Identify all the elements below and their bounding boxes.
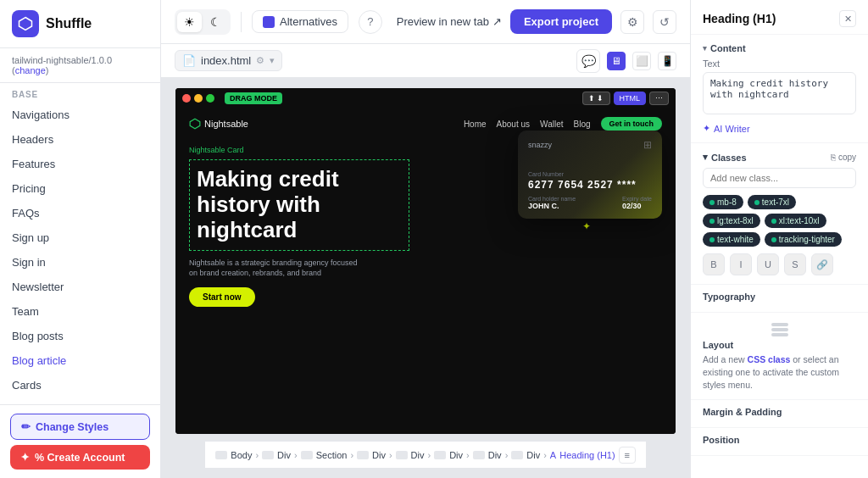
help-button[interactable]: ?	[359, 10, 382, 34]
copy-button[interactable]: ⎘ copy	[831, 153, 856, 162]
card-expiry-value: 02/30	[622, 202, 652, 210]
card-number-area: Card Number 6277 7654 2527 ****	[528, 171, 652, 191]
bold-icon-btn[interactable]: B	[703, 253, 725, 275]
card-footer: Card holder name JOHN C. Expiry date 02/…	[528, 196, 652, 210]
settings-icon-btn[interactable]: ⚙	[620, 10, 644, 34]
div-icon	[262, 451, 274, 459]
export-button[interactable]: Export project	[510, 9, 612, 34]
sidebar-item-headers[interactable]: Headers	[0, 127, 160, 152]
change-styles-button[interactable]: ✏ Change Styles	[10, 414, 150, 440]
text-label: Text	[703, 58, 856, 69]
text-content-input[interactable]: Making credit history with nightcard	[703, 72, 856, 114]
preview-link[interactable]: Preview in new tab ↗	[397, 15, 502, 28]
class-tag-lg8xl[interactable]: lg:text-8xl	[703, 214, 760, 228]
strikethrough-icon-btn[interactable]: S	[784, 253, 806, 275]
margin-padding-label: Margin & Padding	[703, 407, 856, 417]
create-account-button[interactable]: ✦ % Create Account	[10, 445, 150, 470]
sep5: ›	[428, 450, 431, 460]
panel-close-button[interactable]: ✕	[839, 10, 856, 27]
website-preview: Nightsable Home About us Wallet Blog Get…	[175, 88, 676, 434]
breadcrumb-heading[interactable]: A Heading (H1)	[550, 450, 615, 460]
ai-writer-btn[interactable]: ✦ AI Writer	[703, 123, 856, 134]
div4-icon	[434, 451, 446, 459]
comment-icon-btn[interactable]: 💬	[576, 49, 600, 73]
topbar: ☀ ☾ Alternatives ? Preview in new tab ↗ …	[161, 0, 690, 44]
section-icon	[301, 451, 313, 459]
editor-area: 📄 index.html ⚙ ▾ 💬 🖥 ⬜ 📱	[161, 44, 690, 478]
sidebar-item-features[interactable]: Features	[0, 152, 160, 176]
sidebar-item-faqs[interactable]: FAQs	[0, 201, 160, 225]
tablet-view-btn[interactable]: ⬜	[632, 52, 651, 70]
alternatives-icon	[263, 16, 275, 28]
drag-mode-badge: DRAG MODE	[225, 92, 282, 104]
class-tag-mb8[interactable]: mb-8	[703, 195, 743, 209]
alternatives-button[interactable]: Alternatives	[252, 10, 348, 33]
breadcrumb-div4[interactable]: Div	[434, 450, 463, 460]
class-tag-xl10xl[interactable]: xl:text-10xl	[765, 214, 826, 228]
sidebar-item-cards[interactable]: Cards	[0, 373, 160, 397]
main-content: ☀ ☾ Alternatives ? Preview in new tab ↗ …	[161, 0, 690, 478]
nav-home[interactable]: Home	[464, 119, 487, 129]
card-grid-icon: ⊞	[643, 139, 652, 151]
sidebar-item-signin[interactable]: Sign in	[0, 250, 160, 275]
div6-icon	[511, 451, 523, 459]
pencil-icon: ✏	[21, 420, 31, 433]
breadcrumb-menu-btn[interactable]: ≡	[619, 447, 636, 464]
add-class-input[interactable]	[703, 168, 856, 188]
card-holder-area: Card holder name JOHN C.	[528, 196, 576, 210]
breadcrumb-body[interactable]: Body	[215, 450, 252, 460]
class-tag-tracking[interactable]: tracking-tighter	[765, 232, 842, 247]
canvas-toolbar-right: ⬆ ⬇ HTML ⋯	[582, 92, 669, 105]
canvas-html-btn[interactable]: HTML	[614, 92, 647, 105]
history-icon-btn[interactable]: ↺	[653, 10, 676, 34]
class-tag-text7xl[interactable]: text-7xl	[748, 195, 796, 209]
left-sidebar: Shuffle tailwind-nightsable/1.0.0 (chang…	[0, 0, 161, 478]
sidebar-footer: ✏ Change Styles ✦ % Create Account	[0, 404, 160, 478]
tag-dot2	[754, 200, 760, 205]
nav-blog[interactable]: Blog	[573, 119, 590, 129]
card-bank-name: snazzy	[528, 141, 552, 149]
hero-cta-button[interactable]: Start now	[189, 287, 255, 307]
dark-mode-btn[interactable]: ☾	[203, 12, 228, 32]
sidebar-item-blog-article[interactable]: Blog article	[0, 348, 160, 373]
card-expiry-label: Expiry date	[622, 196, 652, 202]
topbar-divider	[241, 12, 242, 32]
breadcrumb-div1[interactable]: Div	[262, 450, 291, 460]
nav-about[interactable]: About us	[497, 119, 530, 129]
sidebar-item-signup[interactable]: Sign up	[0, 225, 160, 250]
dot-green	[206, 94, 214, 103]
class-tag-text-white[interactable]: text-white	[703, 232, 760, 247]
file-tab[interactable]: 📄 index.html ⚙ ▾	[175, 50, 282, 71]
sidebar-item-blog-posts[interactable]: Blog posts	[0, 324, 160, 348]
heading-icon: A	[550, 450, 556, 460]
italic-icon-btn[interactable]: I	[730, 253, 752, 275]
canvas-move-btn[interactable]: ⬆ ⬇	[582, 92, 610, 105]
tag-dot6	[771, 237, 776, 242]
section-label: BASE	[0, 83, 160, 103]
canvas-toolbar: DRAG MODE ⬆ ⬇ HTML ⋯	[175, 88, 676, 108]
nav-cta-btn[interactable]: Get in touch	[601, 117, 663, 131]
desktop-view-btn[interactable]: 🖥	[607, 52, 626, 70]
breadcrumb-section[interactable]: Section	[301, 450, 348, 460]
light-mode-btn[interactable]: ☀	[177, 12, 202, 32]
link-icon-btn[interactable]: 🔗	[811, 253, 833, 275]
sidebar-item-applications[interactable]: Applications	[0, 397, 160, 404]
hero-title[interactable]: Making credit history with nightcard	[189, 159, 409, 251]
sidebar-item-pricing[interactable]: Pricing	[0, 176, 160, 201]
sidebar-nav: Navigations Headers Features Pricing FAQ…	[0, 103, 160, 404]
breadcrumb-div6[interactable]: Div	[511, 450, 540, 460]
sep6: ›	[466, 450, 470, 460]
canvas-more-btn[interactable]: ⋯	[649, 92, 669, 105]
sidebar-item-newsletter[interactable]: Newsletter	[0, 275, 160, 299]
underline-icon-btn[interactable]: U	[757, 253, 779, 275]
breadcrumb-div5[interactable]: Div	[473, 450, 502, 460]
credit-card: snazzy ⊞ Card Number 6277 7654 2527 ****…	[518, 131, 662, 219]
content-section: ▾ Content Text Making credit history wit…	[691, 35, 868, 143]
nav-wallet[interactable]: Wallet	[540, 119, 563, 129]
breadcrumb-div3[interactable]: Div	[396, 450, 425, 460]
mobile-view-btn[interactable]: 📱	[658, 52, 676, 70]
breadcrumb-div2[interactable]: Div	[357, 450, 386, 460]
sidebar-item-navigations[interactable]: Navigations	[0, 103, 160, 127]
sidebar-item-team[interactable]: Team	[0, 299, 160, 324]
change-project-link[interactable]: change	[15, 65, 46, 75]
